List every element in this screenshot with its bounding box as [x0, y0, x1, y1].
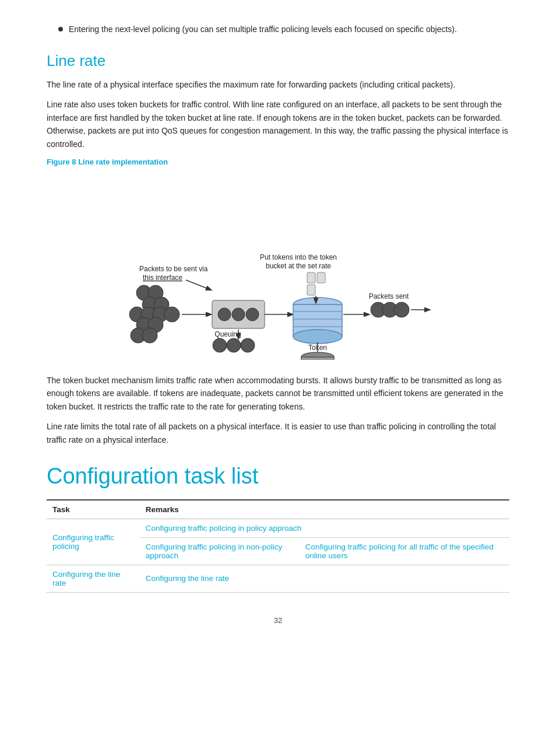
col-task-header: Task: [47, 500, 140, 519]
task-cell-line-rate: Configuring the line rate: [47, 565, 140, 592]
diagram-label-packets-via: Packets to be sent via: [139, 265, 208, 273]
table-row: Configuring the line rate Configuring th…: [47, 565, 509, 592]
queue-label: Queuing: [214, 330, 241, 338]
line-rate-heading: Line rate: [47, 52, 509, 70]
bullet-dot: [58, 27, 63, 32]
packet-circle: [164, 307, 180, 322]
token-bucket-bottom: [293, 330, 342, 344]
token-shape: [307, 285, 315, 295]
config-task-list-heading: Configuration task list: [47, 464, 509, 489]
overflow-packet: [213, 338, 227, 352]
remarks-cell-line-rate: Configuring the line rate: [140, 565, 509, 592]
queue-packet: [246, 308, 259, 321]
bullet-text: Entering the next-level policing (you ca…: [69, 23, 457, 36]
packet-circle: [142, 328, 157, 343]
line-rate-diagram: Packets to be sent via this interface: [97, 173, 459, 360]
put-tokens-label2: bucket at the set rate: [266, 262, 331, 270]
page-number: 32: [47, 616, 509, 625]
diagram-label-this-interface: this interface: [143, 274, 182, 282]
line-rate-para2: Line rate also uses token buckets for tr…: [47, 98, 509, 150]
line-rate-para3: The token bucket mechanism limits traffi…: [47, 374, 509, 413]
bullet-item: Entering the next-level policing (you ca…: [47, 23, 509, 36]
task-table: Task Remarks Configuring traffic policin…: [47, 499, 509, 593]
line-rate-para1: The line rate of a physical interface sp…: [47, 78, 509, 91]
link-all-traffic[interactable]: Configuring traffic policing for all tra…: [305, 542, 494, 560]
queue-packet: [232, 308, 245, 321]
line-rate-para4: Line rate limits the total rate of all p…: [47, 420, 509, 446]
remarks-cell-non-policy: Configuring traffic policing in non-poli…: [140, 537, 300, 565]
col-remarks-header: Remarks: [140, 500, 509, 519]
link-non-policy-approach[interactable]: Configuring traffic policing in non-poli…: [146, 542, 283, 560]
token-shape: [317, 272, 325, 283]
task-cell-traffic-policing: Configuring traffic policing: [47, 519, 140, 565]
table-row: Configuring traffic policing Configuring…: [47, 519, 509, 537]
buffer-body: [301, 357, 334, 360]
link-configuring-line-rate-task[interactable]: Configuring the line rate: [52, 570, 120, 587]
overflow-packet: [227, 338, 241, 352]
figure-label: Figure 8 Line rate implementation: [47, 158, 509, 166]
token-shape: [307, 272, 315, 283]
packets-sent-label: Packets sent: [369, 292, 409, 300]
put-tokens-label1: Put tokens into the token: [260, 253, 337, 261]
remarks-cell-policy-approach: Configuring traffic policing in policy a…: [140, 519, 509, 537]
link-configuring-traffic-policing[interactable]: Configuring traffic policing: [52, 533, 114, 551]
remarks-cell-all-traffic: Configuring traffic policing for all tra…: [300, 537, 509, 565]
diagram-container: Packets to be sent via this interface: [47, 173, 509, 360]
bullet-section: Entering the next-level policing (you ca…: [47, 23, 509, 36]
link-configuring-line-rate-remarks[interactable]: Configuring the line rate: [146, 574, 229, 583]
queue-packet: [218, 308, 231, 321]
page: Entering the next-level policing (you ca…: [0, 0, 556, 660]
sent-packet: [394, 302, 409, 317]
overflow-packet: [241, 338, 255, 352]
link-policy-approach[interactable]: Configuring traffic policing in policy a…: [146, 524, 302, 533]
arrow-interface-to-queue: [186, 280, 211, 290]
